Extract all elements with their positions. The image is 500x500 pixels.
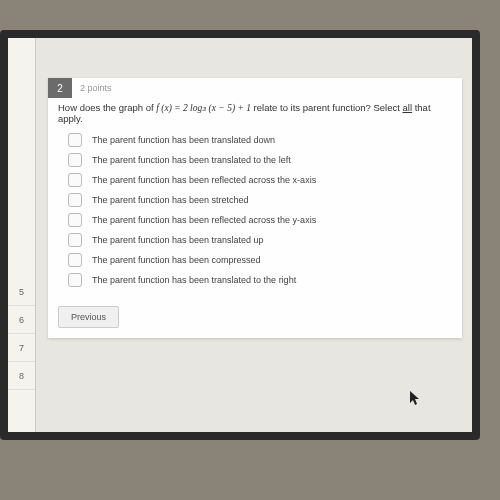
question-text: How does the graph of f (x) = 2 log₃ (x …	[48, 98, 462, 130]
q-formula: f (x) = 2 log₃ (x − 5) + 1	[156, 103, 251, 113]
checkbox-5[interactable]	[68, 233, 82, 247]
option-label: The parent function has been translated …	[92, 135, 275, 145]
question-number: 2	[48, 78, 72, 98]
option-label: The parent function has been compressed	[92, 255, 261, 265]
option-row: The parent function has been translated …	[68, 270, 452, 290]
option-label: The parent function has been translated …	[92, 235, 264, 245]
option-label: The parent function has been reflected a…	[92, 215, 316, 225]
question-sidebar: 5 6 7 8	[8, 38, 36, 432]
option-row: The parent function has been translated …	[68, 150, 452, 170]
sidebar-q5[interactable]: 5	[8, 278, 35, 306]
checkbox-0[interactable]	[68, 133, 82, 147]
checkbox-1[interactable]	[68, 153, 82, 167]
screen: 5 6 7 8 2 2 points How does the graph of…	[8, 38, 472, 432]
checkbox-4[interactable]	[68, 213, 82, 227]
monitor-frame: 5 6 7 8 2 2 points How does the graph of…	[0, 30, 480, 440]
q-text-all: all	[403, 102, 413, 113]
q-text-before: How does the graph of	[58, 102, 156, 113]
checkbox-3[interactable]	[68, 193, 82, 207]
sidebar-q6[interactable]: 6	[8, 306, 35, 334]
checkbox-7[interactable]	[68, 273, 82, 287]
sidebar-q7[interactable]: 7	[8, 334, 35, 362]
q-text-after: relate to its parent function? Select	[254, 102, 403, 113]
previous-button[interactable]: Previous	[58, 306, 119, 328]
option-row: The parent function has been translated …	[68, 230, 452, 250]
question-card: 2 2 points How does the graph of f (x) =…	[48, 78, 462, 338]
checkbox-6[interactable]	[68, 253, 82, 267]
option-label: The parent function has been reflected a…	[92, 175, 316, 185]
options-list: The parent function has been translated …	[48, 130, 462, 298]
option-label: The parent function has been translated …	[92, 155, 291, 165]
option-row: The parent function has been translated …	[68, 130, 452, 150]
checkbox-2[interactable]	[68, 173, 82, 187]
question-header: 2 2 points	[48, 78, 462, 98]
option-label: The parent function has been translated …	[92, 275, 296, 285]
option-row: The parent function has been stretched	[68, 190, 452, 210]
cursor-icon	[410, 391, 422, 407]
sidebar-q8[interactable]: 8	[8, 362, 35, 390]
option-row: The parent function has been compressed	[68, 250, 452, 270]
question-points: 2 points	[80, 83, 112, 93]
option-row: The parent function has been reflected a…	[68, 170, 452, 190]
option-label: The parent function has been stretched	[92, 195, 249, 205]
option-row: The parent function has been reflected a…	[68, 210, 452, 230]
